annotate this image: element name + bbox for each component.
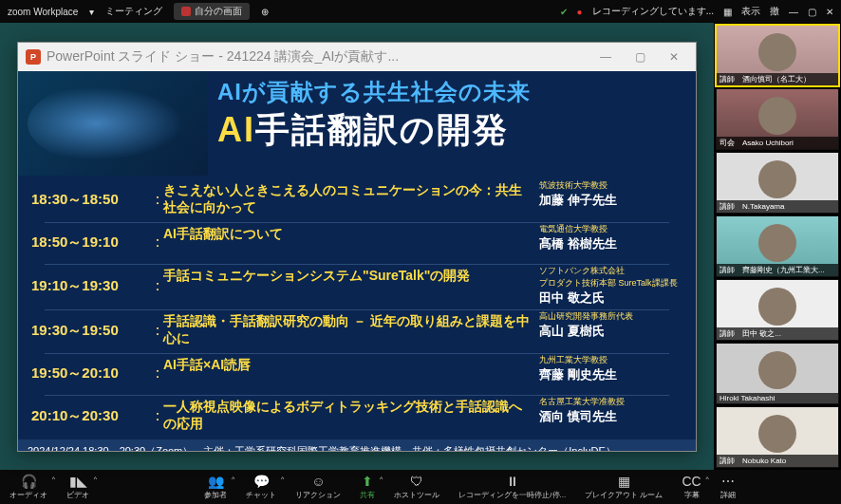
schedule-row: 18:30～18:50：きこえない人ときこえる人のコミュニケーションの今：共生社… [31,179,682,219]
recording-label: レコーディングしています... [592,5,714,18]
speaker-affiliation: ソフトバンク株式会社プロダクト技術本部 SureTalk課課長 [539,265,682,289]
video-button[interactable]: ▮◣ビデオ^ [57,474,99,500]
more-button[interactable]: ⋯詳細 [711,474,745,500]
ppt-title: PowerPoint スライド ショー - 241224 講演会_AIが貢献す.… [47,48,399,65]
pause-icon: ⏸ [506,474,519,489]
chat-button[interactable]: 💬チャット^ [236,474,286,500]
avatar [758,288,796,326]
session-title: 手話認識・手話翻訳研究の動向 － 近年の取り組みと課題を中心に [163,313,530,347]
speaker-affiliation: 高山研究開発事務所代表 [539,310,682,323]
speaker-affiliation: 九州工業大学教授 [539,354,682,366]
ppt-titlebar: P PowerPoint スライド ショー - 241224 講演会_AIが貢献… [18,43,696,71]
powerpoint-icon: P [26,49,41,65]
secure-icon: ✔ [560,7,568,17]
participant-tile[interactable]: 講師 田中 敬之... [716,279,839,341]
host-tools-button[interactable]: 🛡ホストツール [384,474,449,500]
tab-label: 自分の画面 [195,5,242,18]
smile-icon: ☺ [311,474,325,489]
window-minimize-button[interactable]: — [789,7,798,17]
app-name: zoom Workplace [8,7,78,17]
speaker-affiliation: 筑波技術大学教授 [539,179,682,192]
slide-subtitle: AIが貢献する共生社会の未来 [217,77,686,107]
meeting-label[interactable]: ミーティング [105,5,162,18]
schedule-row: 19:10～19:30：手話コミュニケーションシステム"SureTalk"の開発… [31,265,682,307]
avatar [758,351,796,389]
ppt-maximize-button[interactable]: ▢ [626,50,654,64]
more-icon: ⋯ [721,474,735,489]
speaker-name: 髙橋 裕樹先生 [539,235,682,252]
session-time: 18:30～18:50 [31,179,150,219]
video-icon: ▮◣ [69,474,87,489]
participant-name: 司会 Asako Uchibori [717,137,838,149]
topbar-left: zoom Workplace ▾ ミーティング 自分の画面 ⊕ [8,3,269,20]
tools-label[interactable]: 撤 [770,5,779,18]
session-time: 20:10～20:30 [31,396,150,436]
participant-panel: 講師 酒向慎司（名工大）司会 Asako Uchibori講師 N.Takaya… [714,23,841,470]
speaker-affiliation: 名古屋工業大学准教授 [539,396,682,408]
participant-tile[interactable]: Hiroki Takahashi [716,343,839,404]
schedule-row: 20:10～20:30：一人称視点映像によるボディトラッキング技術と手話認識への… [31,396,682,436]
avatar [758,415,796,453]
grid-icon[interactable]: ▦ [723,7,732,17]
participants-button[interactable]: 👥参加者^ [195,474,236,500]
participant-tile[interactable]: 講師 齊藤剛史（九州工業大... [716,215,839,277]
ppt-minimize-button[interactable]: — [591,50,620,64]
session-title: きこえない人ときこえる人のコミュニケーションの今：共生社会に向かって [163,182,530,216]
participant-tile[interactable]: 講師 酒向慎司（名工大） [716,25,839,86]
grid-icon: ▦ [618,474,630,489]
avatar [758,97,796,135]
main-area: P PowerPoint スライド ショー - 241224 講演会_AIが貢献… [0,23,841,470]
speaker-name: 齊藤 剛史先生 [539,366,682,383]
powerpoint-window: P PowerPoint スライド ショー - 241224 講演会_AIが貢献… [17,42,697,452]
headphones-icon: 🎧 [21,474,37,489]
app-topbar: zoom Workplace ▾ ミーティング 自分の画面 ⊕ ✔ ● レコーデ… [0,0,841,23]
pause-recording-button[interactable]: ⏸レコーディングを一時停止/停... [449,474,575,500]
participant-name: 講師 N.Takayama [717,200,838,213]
participant-tile[interactable]: 講師 N.Takayama [716,152,839,214]
slide-footer: 2024/12/24 18:30～20:30（Zoom） 主催：工学系研究科国際… [18,439,696,451]
participant-name: 講師 齊藤剛史（九州工業大... [717,264,838,276]
window-close-button[interactable]: ✕ [826,7,833,17]
session-title: AI手話翻訳について [163,226,530,243]
chat-icon: 💬 [253,474,270,489]
speaker-name: 田中 敬之氏 [539,289,682,307]
audio-button[interactable]: 🎧オーディオ^ [0,474,57,500]
breakout-button[interactable]: ▦ブレイクアウト ルーム [575,474,672,500]
participant-tile[interactable]: 講師 Nobuko Kato [716,406,839,468]
speaker-name: 酒向 慎司先生 [539,408,682,425]
session-time: 18:50～19:10 [31,223,150,261]
display-label[interactable]: 表示 [741,5,760,18]
speaker-name: 高山 夏樹氏 [539,323,682,340]
participant-name: Hiroki Takahashi [717,393,838,403]
slide-content: AIが貢献する共生社会の未来 AI手話翻訳の開発 18:30～18:50：きこえ… [18,71,696,451]
cc-icon: CC [682,474,701,489]
avatar [758,160,796,198]
schedule-table: 18:30～18:50：きこえない人ときこえる人のコミュニケーションの今：共生社… [18,176,696,436]
window-maximize-button[interactable]: ▢ [808,7,816,17]
session-time: 19:50～20:10 [31,354,150,392]
add-tab-button[interactable]: ⊕ [261,7,269,17]
avatar [758,224,796,262]
people-icon: 👥 [208,474,224,489]
schedule-row: 19:30～19:50：手話認識・手話翻訳研究の動向 － 近年の取り組みと課題を… [31,310,682,350]
avatar [758,33,796,71]
dropdown-caret-icon[interactable]: ▾ [89,7,94,17]
share-button[interactable]: ⬆共有^ [350,474,384,500]
record-icon: ● [577,7,583,17]
ppt-close-button[interactable]: ✕ [660,50,688,64]
schedule-row: 19:50～20:10：AI手話×AI読唇九州工業大学教授齊藤 剛史先生 [31,354,682,392]
reactions-button[interactable]: ☺リアクション [286,474,350,500]
captions-button[interactable]: CC字幕^ [672,474,710,500]
share-icon: ⬆ [362,474,373,489]
session-time: 19:10～19:30 [31,265,150,307]
session-time: 19:30～19:50 [31,310,150,350]
participant-name: 講師 Nobuko Kato [717,455,838,467]
topbar-right: ✔ ● レコーディングしています... ▦ 表示 撤 — ▢ ✕ [560,5,833,18]
schedule-row: 18:50～19:10：AI手話翻訳について電気通信大学教授髙橋 裕樹先生 [31,223,682,261]
session-title: AI手話×AI読唇 [163,357,530,374]
session-title: 手話コミュニケーションシステム"SureTalk"の開発 [163,268,530,285]
screen-tab[interactable]: 自分の画面 [174,3,250,20]
shield-icon: 🛡 [410,474,423,489]
participant-tile[interactable]: 司会 Asako Uchibori [716,88,839,150]
slide-title: AI手話翻訳の開発 [217,107,686,154]
